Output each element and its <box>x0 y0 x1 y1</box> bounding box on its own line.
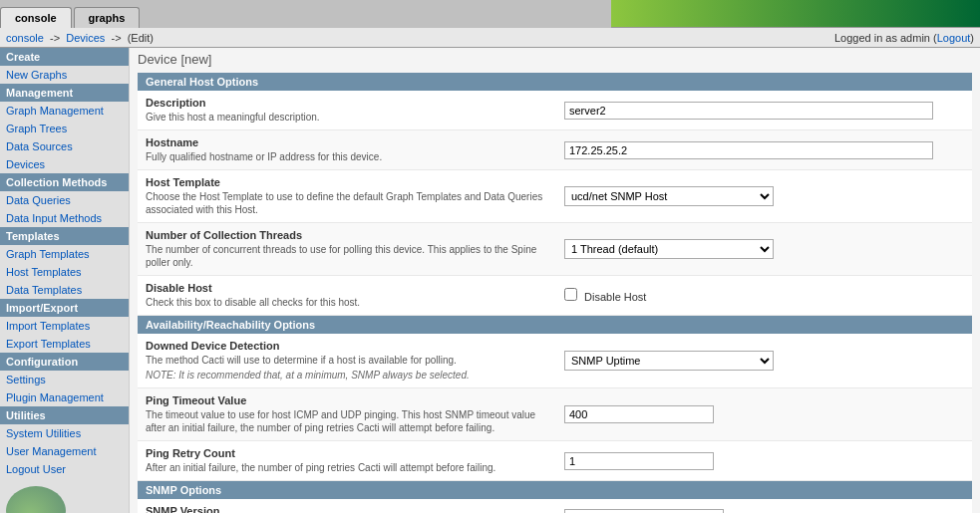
snmp-version-select[interactable]: Version 1 Version 2 Version 3 <box>564 509 724 514</box>
row-description: Description Give this host a meaningful … <box>138 91 972 130</box>
sidebar-section-templates: Templates <box>0 227 129 245</box>
downed-device-label: Downed Device Detection <box>146 340 548 352</box>
sidebar: Create New Graphs Management Graph Manag… <box>0 48 130 513</box>
sidebar-item-data-input-methods[interactable]: Data Input Methods <box>0 209 129 227</box>
description-label: Description <box>146 97 548 109</box>
breadcrumb: console -> Devices -> (Edit) <box>6 32 154 44</box>
sidebar-item-logout-user[interactable]: Logout User <box>0 460 129 478</box>
row-snmp-version: SNMP Version Choose the SNMP version for… <box>138 499 972 513</box>
sidebar-item-data-queries[interactable]: Data Queries <box>0 191 129 209</box>
row-downed-device: Downed Device Detection The method Cacti… <box>138 334 972 388</box>
sidebar-section-management: Management <box>0 84 129 102</box>
page-title: Device [new] <box>138 52 972 67</box>
content-area: Device [new] General Host Options Descri… <box>130 48 980 513</box>
ping-retry-input[interactable] <box>564 452 714 470</box>
host-template-select[interactable]: ucd/net SNMP Host <box>564 186 774 206</box>
logout-link[interactable]: Logout <box>937 32 971 44</box>
sidebar-item-data-sources[interactable]: Data Sources <box>0 137 129 155</box>
row-disable-host: Disable Host Check this box to disable a… <box>138 276 972 316</box>
row-collection-threads: Number of Collection Threads The number … <box>138 223 972 276</box>
host-template-desc: Choose the Host Template to use to defin… <box>146 190 548 216</box>
ping-timeout-input[interactable] <box>564 405 714 423</box>
snmp-options-table: SNMP Version Choose the SNMP version for… <box>138 499 972 513</box>
disable-host-checkbox-label: Disable Host <box>584 291 646 303</box>
sidebar-section-configuration: Configuration <box>0 353 129 371</box>
row-host-template: Host Template Choose the Host Template t… <box>138 170 972 223</box>
hostname-label: Hostname <box>146 136 548 148</box>
sidebar-section-utilities: Utilities <box>0 406 129 424</box>
sidebar-item-graph-management[interactable]: Graph Management <box>0 102 129 120</box>
description-desc: Give this host a meaningful description. <box>146 111 548 124</box>
sidebar-item-graph-trees[interactable]: Graph Trees <box>0 120 129 137</box>
disable-host-checkbox[interactable] <box>564 288 577 301</box>
downed-device-select[interactable]: SNMP Uptime <box>564 351 774 371</box>
hostname-desc: Fully qualified hostname or IP address f… <box>146 150 548 163</box>
row-hostname: Hostname Fully qualified hostname or IP … <box>138 130 972 170</box>
sidebar-item-data-templates[interactable]: Data Templates <box>0 281 129 299</box>
sidebar-section-import-export: Import/Export <box>0 299 129 317</box>
console-tab[interactable]: console <box>0 7 72 28</box>
sidebar-logo <box>0 478 129 513</box>
logged-in-info: Logged in as admin (Logout) <box>834 32 974 44</box>
downed-device-note: NOTE: It is recommended that, at a minim… <box>146 369 548 382</box>
disable-host-desc: Check this box to disable all checks for… <box>146 296 548 309</box>
ping-timeout-desc: The timeout value to use for host ICMP a… <box>146 408 548 434</box>
ping-retry-label: Ping Retry Count <box>146 447 548 459</box>
description-input[interactable] <box>564 102 933 120</box>
collection-threads-label: Number of Collection Threads <box>146 229 548 241</box>
section-snmp-options: SNMP Options <box>138 481 972 499</box>
collection-threads-select[interactable]: 1 Thread (default) <box>564 239 774 259</box>
snmp-version-label: SNMP Version <box>146 505 548 513</box>
hostname-input[interactable] <box>564 141 933 159</box>
host-template-label: Host Template <box>146 176 548 188</box>
sidebar-section-create: Create <box>0 48 129 66</box>
downed-device-desc: The method Cacti will use to determine i… <box>146 354 548 367</box>
sidebar-item-new-graphs[interactable]: New Graphs <box>0 66 129 84</box>
sidebar-item-settings[interactable]: Settings <box>0 371 129 388</box>
sidebar-item-host-templates[interactable]: Host Templates <box>0 263 129 281</box>
breadcrumb-console[interactable]: console <box>6 32 44 44</box>
ping-retry-desc: After an initial failure, the number of … <box>146 461 548 474</box>
breadcrumb-devices[interactable]: Devices <box>66 32 105 44</box>
graphs-tab[interactable]: graphs <box>74 7 141 28</box>
sidebar-section-collection-methods: Collection Methods <box>0 173 129 191</box>
row-ping-timeout: Ping Timeout Value The timeout value to … <box>138 388 972 441</box>
sidebar-item-graph-templates[interactable]: Graph Templates <box>0 245 129 263</box>
breadcrumb-bar: console -> Devices -> (Edit) Logged in a… <box>0 28 980 48</box>
availability-table: Downed Device Detection The method Cacti… <box>138 334 972 481</box>
ping-timeout-label: Ping Timeout Value <box>146 394 548 406</box>
section-availability: Availability/Reachability Options <box>138 316 972 334</box>
sidebar-item-system-utilities[interactable]: System Utilities <box>0 424 129 442</box>
section-general-host-options: General Host Options <box>138 73 972 91</box>
sidebar-item-devices[interactable]: Devices <box>0 155 129 173</box>
breadcrumb-current: (Edit) <box>128 32 154 44</box>
collection-threads-desc: The number of concurrent threads to use … <box>146 243 548 269</box>
sidebar-item-user-management[interactable]: User Management <box>0 442 129 460</box>
sidebar-item-import-templates[interactable]: Import Templates <box>0 317 129 335</box>
disable-host-label: Disable Host <box>146 282 548 294</box>
sidebar-item-export-templates[interactable]: Export Templates <box>0 335 129 353</box>
sidebar-item-plugin-management[interactable]: Plugin Management <box>0 388 129 406</box>
row-ping-retry: Ping Retry Count After an initial failur… <box>138 441 972 481</box>
general-host-options-table: Description Give this host a meaningful … <box>138 91 972 316</box>
